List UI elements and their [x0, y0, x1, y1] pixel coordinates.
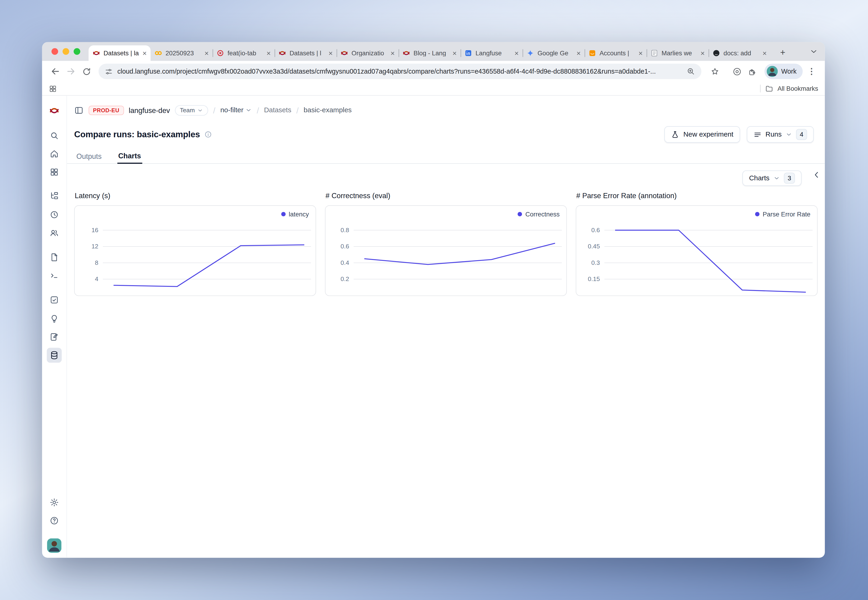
evaluation-icon[interactable]	[50, 295, 59, 305]
browser-tab[interactable]: Langfuse×	[461, 45, 523, 61]
screen: Datasets | la× 20250923× feat(io-tab× Da…	[0, 0, 868, 600]
browser-profile-chip[interactable]: Work	[765, 64, 803, 79]
close-tab-icon[interactable]: ×	[701, 50, 705, 57]
dashboards-icon[interactable]	[50, 167, 59, 177]
close-tab-icon[interactable]: ×	[328, 50, 332, 57]
org-type-badge[interactable]: Team	[175, 105, 208, 115]
forward-icon[interactable]	[64, 65, 77, 78]
profile-name: Work	[781, 68, 797, 75]
runs-dropdown-button[interactable]: Runs 4	[747, 126, 814, 143]
langfuse-logo[interactable]	[49, 105, 59, 116]
close-tab-icon[interactable]: ×	[143, 50, 147, 57]
parse-error-rate-line-chart: 0.150.30.450.6	[576, 206, 817, 295]
browser-tab[interactable]: Google Ge×	[522, 45, 584, 61]
close-tab-icon[interactable]: ×	[514, 50, 519, 57]
address-bar[interactable]: cloud.langfuse.com/project/cmfwgv8fx002o…	[99, 64, 701, 79]
chart-card: 481216 latency	[74, 205, 316, 296]
tab-label: feat(io-tab	[228, 50, 263, 56]
all-bookmarks-label[interactable]: All Bookmarks	[777, 85, 818, 92]
playground-terminal-icon[interactable]	[50, 271, 59, 280]
page-title: Compare runs: basic-examples	[74, 129, 200, 139]
settings-gear-icon[interactable]	[50, 498, 59, 507]
site-settings-icon[interactable]	[105, 67, 113, 76]
apps-grid-icon[interactable]	[49, 85, 57, 93]
close-window-button[interactable]	[52, 48, 58, 55]
help-icon[interactable]	[50, 516, 59, 526]
breadcrumb-dataset-name[interactable]: basic-examples	[303, 106, 352, 114]
browser-tab[interactable]: Blog - Lang×	[399, 45, 461, 61]
extensions-puzzle-icon[interactable]	[746, 65, 759, 78]
close-tab-icon[interactable]: ×	[452, 50, 457, 57]
browser-tab[interactable]: 20250923×	[150, 45, 212, 61]
svg-text:4: 4	[95, 276, 99, 282]
close-tab-icon[interactable]: ×	[762, 50, 766, 57]
prompts-icon[interactable]	[50, 253, 59, 262]
list-icon	[753, 130, 762, 139]
browser-menu-icon[interactable]: ⋮	[805, 65, 818, 78]
tab-label: Accounts |	[599, 50, 635, 56]
legend-label: Parse Error Rate	[763, 211, 810, 218]
langfuse-favicon	[402, 49, 410, 57]
chart-card: 0.150.30.450.6 Parse Error Rate	[576, 205, 818, 296]
sessions-clock-icon[interactable]	[50, 210, 59, 220]
user-avatar[interactable]	[47, 538, 61, 553]
github-favicon	[712, 49, 720, 57]
annotation-icon[interactable]	[50, 332, 59, 342]
close-tab-icon[interactable]: ×	[577, 50, 581, 57]
close-tab-icon[interactable]: ×	[267, 50, 271, 57]
langfuse-app: PROD-EU langfuse-dev Team / no-filter / …	[42, 96, 825, 558]
environment-badge: PROD-EU	[88, 105, 124, 115]
project-selector[interactable]: no-filter	[220, 106, 252, 114]
collapse-panel-icon[interactable]	[812, 170, 821, 180]
new-tab-button[interactable]: +	[777, 47, 789, 59]
profile-avatar	[767, 66, 778, 77]
users-icon[interactable]	[50, 228, 59, 238]
tab-label: Google Ge	[537, 50, 573, 56]
browser-tab[interactable]: Organizatio×	[337, 45, 399, 61]
zoom-icon[interactable]	[686, 67, 695, 76]
chevron-down-icon	[773, 175, 780, 182]
reload-icon[interactable]	[80, 65, 93, 78]
breadcrumb-datasets[interactable]: Datasets	[264, 106, 291, 114]
home-icon[interactable]	[50, 149, 59, 159]
tab-label: Marlies we	[662, 50, 697, 56]
tab-outputs[interactable]: Outputs	[75, 149, 103, 163]
charts-filter-dropdown[interactable]: Charts 3	[742, 170, 801, 186]
breadcrumb: PROD-EU langfuse-dev Team / no-filter / …	[74, 103, 818, 117]
browser-tab[interactable]: docs: add×	[709, 45, 771, 61]
browser-tab[interactable]: Datasets | la×	[88, 45, 150, 61]
lens-icon[interactable]	[730, 65, 744, 78]
browser-tab[interactable]: Marlies we×	[646, 45, 709, 61]
tracing-icon[interactable]	[50, 191, 59, 201]
sidebar-toggle-icon[interactable]	[74, 105, 83, 115]
lightbulb-icon[interactable]	[50, 314, 59, 323]
tab-search-chevron-icon[interactable]	[809, 47, 818, 56]
correctness-line-chart: 0.20.40.60.8	[325, 206, 566, 295]
chart-legend: latency	[281, 211, 309, 218]
linkedin-favicon	[464, 49, 472, 57]
browser-tab[interactable]: feat(io-tab×	[212, 45, 275, 61]
browser-tab[interactable]: Accounts |×	[584, 45, 646, 61]
close-tab-icon[interactable]: ×	[639, 50, 643, 57]
legend-label: latency	[289, 211, 309, 218]
new-experiment-button[interactable]: New experiment	[665, 126, 740, 143]
datasets-icon[interactable]	[47, 348, 62, 363]
search-icon[interactable]	[50, 131, 59, 140]
back-icon[interactable]	[49, 65, 62, 78]
chart-card: 0.20.40.60.8 Correctness	[325, 205, 567, 296]
svg-text:0.3: 0.3	[591, 259, 600, 266]
tab-charts[interactable]: Charts	[117, 149, 142, 164]
chart-block-correctness: # Correctness (eval) 0.20.40.60.8 Correc…	[325, 191, 567, 296]
chart-legend: Correctness	[517, 211, 560, 218]
browser-tab[interactable]: Datasets | l×	[275, 45, 337, 61]
close-tab-icon[interactable]: ×	[390, 50, 395, 57]
zoom-window-button[interactable]	[74, 48, 80, 55]
minimize-window-button[interactable]	[62, 48, 69, 55]
close-tab-icon[interactable]: ×	[205, 50, 209, 57]
org-name[interactable]: langfuse-dev	[129, 106, 170, 114]
info-icon[interactable]	[205, 130, 212, 138]
breadcrumb-slash: /	[213, 105, 215, 115]
langfuse-favicon	[340, 49, 348, 57]
bookmark-star-icon[interactable]	[708, 65, 721, 78]
browser-navbar: cloud.langfuse.com/project/cmfwgv8fx002o…	[42, 61, 825, 82]
